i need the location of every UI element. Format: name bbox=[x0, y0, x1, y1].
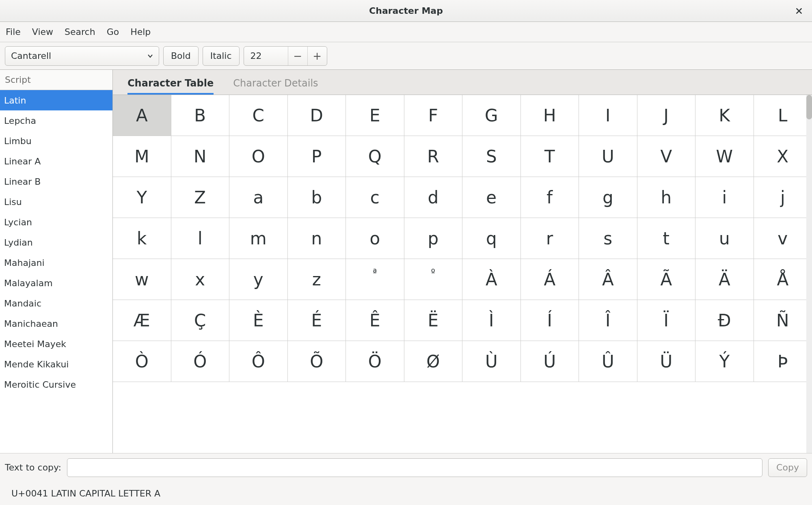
character-cell[interactable]: t bbox=[637, 218, 696, 259]
character-cell[interactable]: H bbox=[521, 95, 579, 136]
character-cell[interactable]: Ê bbox=[346, 300, 404, 341]
grid-scrollbar[interactable] bbox=[806, 95, 812, 453]
character-cell[interactable]: L bbox=[754, 95, 812, 136]
size-decrement[interactable]: − bbox=[288, 47, 307, 65]
menu-file[interactable]: File bbox=[6, 27, 21, 37]
character-cell[interactable]: Ó bbox=[171, 341, 230, 382]
script-item[interactable]: Lisu bbox=[0, 192, 112, 212]
character-cell[interactable]: É bbox=[288, 300, 346, 341]
character-cell[interactable]: o bbox=[346, 218, 404, 259]
character-cell[interactable]: Ô bbox=[229, 341, 288, 382]
character-cell[interactable]: V bbox=[637, 136, 696, 177]
character-cell[interactable]: È bbox=[229, 300, 288, 341]
character-cell[interactable]: Æ bbox=[113, 300, 171, 341]
character-cell[interactable]: Ï bbox=[637, 300, 696, 341]
character-cell[interactable]: F bbox=[404, 95, 463, 136]
character-cell[interactable]: S bbox=[462, 136, 521, 177]
character-cell[interactable]: À bbox=[462, 259, 521, 300]
character-cell[interactable]: B bbox=[171, 95, 230, 136]
script-item[interactable]: Meroitic Cursive bbox=[0, 374, 112, 395]
bold-button[interactable]: Bold bbox=[163, 46, 199, 66]
character-cell[interactable]: J bbox=[637, 95, 696, 136]
character-cell[interactable]: g bbox=[579, 177, 637, 218]
character-cell[interactable]: G bbox=[462, 95, 521, 136]
character-cell[interactable]: P bbox=[288, 136, 346, 177]
copy-button[interactable]: Copy bbox=[768, 458, 807, 477]
script-item[interactable]: Mahajani bbox=[0, 252, 112, 273]
character-cell[interactable]: Ì bbox=[462, 300, 521, 341]
script-item[interactable]: Linear B bbox=[0, 171, 112, 192]
character-cell[interactable]: e bbox=[462, 177, 521, 218]
character-cell[interactable]: D bbox=[288, 95, 346, 136]
script-item[interactable]: Mende Kikakui bbox=[0, 354, 112, 374]
grid-scrollbar-thumb[interactable] bbox=[806, 95, 812, 119]
character-cell[interactable]: Å bbox=[754, 259, 812, 300]
character-cell[interactable]: m bbox=[229, 218, 288, 259]
script-item[interactable]: Linear A bbox=[0, 151, 112, 171]
tab-character-table[interactable]: Character Table bbox=[127, 78, 214, 95]
script-item[interactable]: Limbu bbox=[0, 131, 112, 151]
character-cell[interactable]: Ù bbox=[462, 341, 521, 382]
character-cell[interactable]: Ý bbox=[695, 341, 754, 382]
character-cell[interactable]: C bbox=[229, 95, 288, 136]
character-cell[interactable]: Õ bbox=[288, 341, 346, 382]
script-item[interactable]: Lepcha bbox=[0, 110, 112, 131]
character-cell[interactable]: Ü bbox=[637, 341, 696, 382]
close-button[interactable] bbox=[793, 5, 805, 17]
character-cell[interactable]: Ã bbox=[637, 259, 696, 300]
script-item[interactable]: Lycian bbox=[0, 212, 112, 232]
character-cell[interactable]: X bbox=[754, 136, 812, 177]
character-cell[interactable]: Í bbox=[521, 300, 579, 341]
script-item[interactable]: Malayalam bbox=[0, 273, 112, 293]
menu-view[interactable]: View bbox=[32, 27, 53, 37]
size-value[interactable]: 22 bbox=[244, 51, 288, 61]
character-cell[interactable]: O bbox=[229, 136, 288, 177]
character-cell[interactable]: r bbox=[521, 218, 579, 259]
character-cell[interactable]: Ö bbox=[346, 341, 404, 382]
character-cell[interactable]: u bbox=[695, 218, 754, 259]
character-cell[interactable]: a bbox=[229, 177, 288, 218]
character-cell[interactable]: f bbox=[521, 177, 579, 218]
character-cell[interactable]: Y bbox=[113, 177, 171, 218]
character-cell[interactable]: Ñ bbox=[754, 300, 812, 341]
character-cell[interactable]: b bbox=[288, 177, 346, 218]
character-cell[interactable]: Ä bbox=[695, 259, 754, 300]
character-cell[interactable]: s bbox=[579, 218, 637, 259]
character-cell[interactable]: y bbox=[229, 259, 288, 300]
copy-input[interactable] bbox=[67, 458, 762, 477]
character-cell[interactable]: i bbox=[695, 177, 754, 218]
font-combo[interactable]: Cantarell bbox=[5, 46, 159, 66]
character-cell[interactable]: Ë bbox=[404, 300, 463, 341]
menu-go[interactable]: Go bbox=[107, 27, 119, 37]
character-cell[interactable]: M bbox=[113, 136, 171, 177]
character-cell[interactable]: Ò bbox=[113, 341, 171, 382]
character-cell[interactable]: T bbox=[521, 136, 579, 177]
character-cell[interactable]: x bbox=[171, 259, 230, 300]
character-cell[interactable]: h bbox=[637, 177, 696, 218]
character-cell[interactable]: k bbox=[113, 218, 171, 259]
script-item[interactable]: Mandaic bbox=[0, 293, 112, 313]
character-cell[interactable]: j bbox=[754, 177, 812, 218]
character-cell[interactable]: ª bbox=[346, 259, 404, 300]
character-cell[interactable]: Ç bbox=[171, 300, 230, 341]
script-item[interactable]: Lydian bbox=[0, 232, 112, 252]
italic-button[interactable]: Italic bbox=[203, 46, 240, 66]
character-cell[interactable]: Þ bbox=[754, 341, 812, 382]
character-cell[interactable]: n bbox=[288, 218, 346, 259]
character-cell[interactable]: Ú bbox=[521, 341, 579, 382]
character-cell[interactable]: v bbox=[754, 218, 812, 259]
character-cell[interactable]: Â bbox=[579, 259, 637, 300]
character-cell[interactable]: Z bbox=[171, 177, 230, 218]
script-item[interactable]: Manichaean bbox=[0, 313, 112, 334]
character-cell[interactable]: q bbox=[462, 218, 521, 259]
character-cell[interactable]: W bbox=[695, 136, 754, 177]
character-cell[interactable]: z bbox=[288, 259, 346, 300]
character-cell[interactable]: Ø bbox=[404, 341, 463, 382]
character-cell[interactable]: K bbox=[695, 95, 754, 136]
character-cell[interactable]: I bbox=[579, 95, 637, 136]
character-cell[interactable]: c bbox=[346, 177, 404, 218]
size-increment[interactable]: + bbox=[307, 47, 327, 65]
script-list[interactable]: LatinLepchaLimbuLinear ALinear BLisuLyci… bbox=[0, 90, 112, 453]
character-cell[interactable]: w bbox=[113, 259, 171, 300]
character-cell[interactable]: R bbox=[404, 136, 463, 177]
